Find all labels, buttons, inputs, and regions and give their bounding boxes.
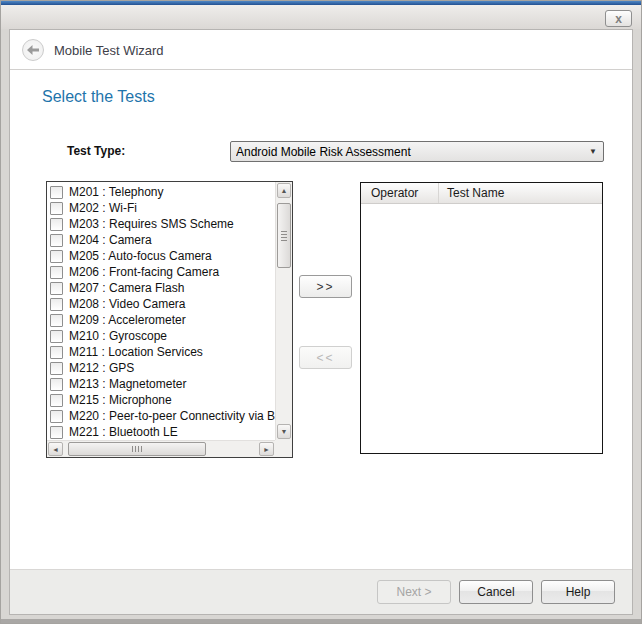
test-list-item[interactable]: M207 : Camera Flash [47, 280, 275, 296]
horizontal-scroll-track[interactable] [64, 441, 258, 457]
footer: Next > Cancel Help [10, 569, 632, 614]
test-list-item[interactable]: M215 : Microphone [47, 392, 275, 408]
test-checkbox[interactable] [50, 346, 63, 359]
test-item-label: M206 : Front-facing Camera [69, 265, 219, 279]
test-list-item[interactable]: M201 : Telephony [47, 184, 275, 200]
dialog-header: Mobile Test Wizard [10, 30, 632, 70]
column-header-test-name[interactable]: Test Name [439, 183, 602, 203]
test-item-label: M220 : Peer-to-peer Connectivity via Blu… [69, 409, 275, 423]
test-item-label: M211 : Location Services [69, 345, 203, 359]
available-tests-list[interactable]: M201 : Telephony M202 : Wi-Fi M203 : Req… [47, 182, 275, 440]
test-item-label: M215 : Microphone [69, 393, 172, 407]
test-list-item[interactable]: M221 : Bluetooth LE [47, 424, 275, 440]
column-header-operator[interactable]: Operator [361, 183, 439, 203]
titlebar: x [1, 5, 641, 29]
horizontal-scrollbar[interactable]: ◄ ► [47, 440, 275, 457]
test-checkbox[interactable] [50, 362, 63, 375]
test-checkbox[interactable] [50, 298, 63, 311]
horizontal-scroll-thumb[interactable] [68, 442, 206, 456]
scrollbar-corner [275, 440, 292, 457]
test-item-label: M205 : Auto-focus Camera [69, 249, 212, 263]
add-tests-button[interactable]: >> [299, 275, 352, 298]
test-item-label: M212 : GPS [69, 361, 134, 375]
close-button[interactable]: x [605, 10, 632, 27]
scroll-up-button[interactable]: ▲ [277, 183, 291, 198]
test-checkbox[interactable] [50, 394, 63, 407]
selected-tests-body [361, 204, 602, 453]
test-checkbox[interactable] [50, 314, 63, 327]
test-item-label: M201 : Telephony [69, 185, 164, 199]
test-list-item[interactable]: M212 : GPS [47, 360, 275, 376]
page-title: Select the Tests [42, 88, 155, 106]
cancel-button[interactable]: Cancel [459, 580, 533, 604]
vertical-scroll-thumb[interactable] [277, 203, 291, 268]
test-checkbox[interactable] [50, 250, 63, 263]
chevron-down-icon: ▼ [589, 148, 597, 156]
scroll-right-button[interactable]: ► [259, 442, 274, 456]
scroll-up-icon: ▲ [281, 187, 288, 194]
scroll-left-icon: ◄ [52, 446, 59, 453]
test-checkbox[interactable] [50, 282, 63, 295]
test-list-item[interactable]: M211 : Location Services [47, 344, 275, 360]
test-list-item[interactable]: M208 : Video Camera [47, 296, 275, 312]
test-list-item[interactable]: M203 : Requires SMS Scheme [47, 216, 275, 232]
test-item-label: M208 : Video Camera [69, 297, 186, 311]
test-item-label: M213 : Magnetometer [69, 377, 186, 391]
test-checkbox[interactable] [50, 202, 63, 215]
test-checkbox[interactable] [50, 186, 63, 199]
test-list-item[interactable]: M202 : Wi-Fi [47, 200, 275, 216]
remove-tests-button[interactable]: << [299, 346, 352, 369]
test-list-item[interactable]: M205 : Auto-focus Camera [47, 248, 275, 264]
test-item-label: M204 : Camera [69, 233, 152, 247]
test-checkbox[interactable] [50, 234, 63, 247]
test-type-select[interactable]: Android Mobile Risk Assessment ▼ [230, 141, 604, 162]
test-type-label: Test Type: [67, 144, 125, 158]
help-button[interactable]: Help [541, 580, 615, 604]
next-button[interactable]: Next > [377, 580, 451, 604]
test-checkbox[interactable] [50, 266, 63, 279]
back-button[interactable] [22, 39, 44, 61]
selected-tests-table: Operator Test Name [360, 182, 603, 454]
test-item-label: M209 : Accelerometer [69, 313, 186, 327]
scroll-right-icon: ► [263, 446, 270, 453]
wizard-window: x Mobile Test Wizard Select the Tests Te… [0, 0, 642, 624]
wizard-title: Mobile Test Wizard [54, 30, 164, 70]
test-list-item[interactable]: M206 : Front-facing Camera [47, 264, 275, 280]
wizard-dialog: Mobile Test Wizard Select the Tests Test… [9, 29, 633, 615]
test-item-label: M221 : Bluetooth LE [69, 425, 178, 439]
test-list-item[interactable]: M210 : Gyroscope [47, 328, 275, 344]
vertical-scrollbar[interactable]: ▲ ▼ [275, 182, 292, 440]
test-checkbox[interactable] [50, 410, 63, 423]
back-arrow-icon [27, 45, 39, 55]
scroll-down-icon: ▼ [281, 428, 288, 435]
scroll-down-button[interactable]: ▼ [277, 424, 291, 439]
window-bottom-edge [1, 619, 641, 623]
close-icon: x [615, 13, 622, 25]
test-checkbox[interactable] [50, 378, 63, 391]
test-checkbox[interactable] [50, 218, 63, 231]
test-item-label: M202 : Wi-Fi [69, 201, 137, 215]
scroll-left-button[interactable]: ◄ [48, 442, 63, 456]
test-item-label: M210 : Gyroscope [69, 329, 167, 343]
test-list-item[interactable]: M209 : Accelerometer [47, 312, 275, 328]
test-list-item[interactable]: M213 : Magnetometer [47, 376, 275, 392]
test-item-label: M207 : Camera Flash [69, 281, 184, 295]
test-checkbox[interactable] [50, 426, 63, 439]
test-item-label: M203 : Requires SMS Scheme [69, 217, 234, 231]
test-list-item[interactable]: M204 : Camera [47, 232, 275, 248]
test-list-item[interactable]: M220 : Peer-to-peer Connectivity via Blu… [47, 408, 275, 424]
available-tests-listbox: M201 : Telephony M202 : Wi-Fi M203 : Req… [46, 181, 293, 458]
test-checkbox[interactable] [50, 330, 63, 343]
test-type-selected-value: Android Mobile Risk Assessment [236, 145, 589, 159]
selected-tests-header: Operator Test Name [361, 183, 602, 204]
